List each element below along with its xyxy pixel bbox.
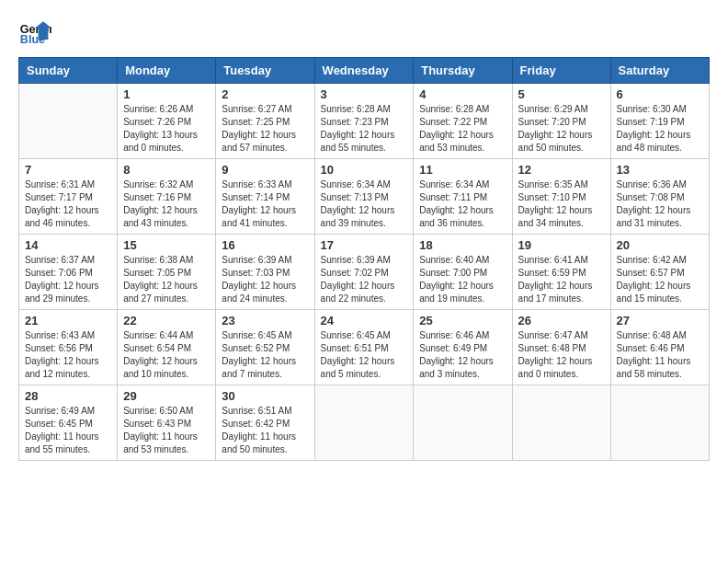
calendar-cell: 17Sunrise: 6:39 AM Sunset: 7:02 PM Dayli… <box>314 235 414 310</box>
day-info: Sunrise: 6:28 AM Sunset: 7:23 PM Dayligh… <box>321 103 408 155</box>
day-info: Sunrise: 6:34 AM Sunset: 7:11 PM Dayligh… <box>419 178 506 230</box>
day-header-sunday: Sunday <box>19 58 118 84</box>
day-number: 22 <box>123 314 210 327</box>
day-header-saturday: Saturday <box>610 58 709 84</box>
day-info: Sunrise: 6:45 AM Sunset: 6:51 PM Dayligh… <box>321 329 408 381</box>
calendar-cell: 18Sunrise: 6:40 AM Sunset: 7:00 PM Dayli… <box>414 235 512 310</box>
calendar-cell: 23Sunrise: 6:45 AM Sunset: 6:52 PM Dayli… <box>216 310 314 385</box>
day-number: 23 <box>222 314 308 327</box>
day-header-tuesday: Tuesday <box>216 58 314 84</box>
calendar-cell: 14Sunrise: 6:37 AM Sunset: 7:06 PM Dayli… <box>19 235 118 310</box>
day-number: 14 <box>25 238 111 252</box>
day-number: 2 <box>222 87 308 101</box>
day-number: 29 <box>123 389 210 403</box>
day-info: Sunrise: 6:32 AM Sunset: 7:16 PM Dayligh… <box>123 178 210 230</box>
calendar-cell: 28Sunrise: 6:49 AM Sunset: 6:45 PM Dayli… <box>19 385 118 461</box>
day-number: 26 <box>518 314 605 327</box>
day-number: 10 <box>321 163 408 177</box>
calendar-cell: 4Sunrise: 6:28 AM Sunset: 7:22 PM Daylig… <box>414 84 512 159</box>
calendar-cell: 2Sunrise: 6:27 AM Sunset: 7:25 PM Daylig… <box>216 84 314 159</box>
day-number: 8 <box>123 163 210 177</box>
page-header: General Blue <box>18 15 710 48</box>
day-number: 21 <box>25 314 111 327</box>
day-info: Sunrise: 6:28 AM Sunset: 7:22 PM Dayligh… <box>419 103 506 155</box>
day-info: Sunrise: 6:34 AM Sunset: 7:13 PM Dayligh… <box>321 178 408 230</box>
day-info: Sunrise: 6:39 AM Sunset: 7:03 PM Dayligh… <box>222 254 308 305</box>
calendar-cell: 20Sunrise: 6:42 AM Sunset: 6:57 PM Dayli… <box>610 235 709 310</box>
day-info: Sunrise: 6:40 AM Sunset: 7:00 PM Dayligh… <box>419 254 506 305</box>
day-number: 27 <box>617 314 703 327</box>
calendar-cell: 26Sunrise: 6:47 AM Sunset: 6:48 PM Dayli… <box>512 310 610 385</box>
day-info: Sunrise: 6:50 AM Sunset: 6:43 PM Dayligh… <box>123 405 210 456</box>
day-number: 20 <box>617 238 703 252</box>
calendar-week-1: 1Sunrise: 6:26 AM Sunset: 7:26 PM Daylig… <box>19 84 710 159</box>
day-info: Sunrise: 6:35 AM Sunset: 7:10 PM Dayligh… <box>518 178 605 230</box>
calendar-cell <box>414 385 512 461</box>
calendar-cell: 24Sunrise: 6:45 AM Sunset: 6:51 PM Dayli… <box>314 310 414 385</box>
day-number: 13 <box>617 163 703 177</box>
day-info: Sunrise: 6:36 AM Sunset: 7:08 PM Dayligh… <box>617 178 703 230</box>
calendar-cell: 15Sunrise: 6:38 AM Sunset: 7:05 PM Dayli… <box>118 235 216 310</box>
day-number: 24 <box>321 314 408 327</box>
calendar-week-2: 7Sunrise: 6:31 AM Sunset: 7:17 PM Daylig… <box>19 159 710 235</box>
day-info: Sunrise: 6:49 AM Sunset: 6:45 PM Dayligh… <box>25 405 111 456</box>
day-number: 17 <box>321 238 408 252</box>
calendar-cell <box>314 385 414 461</box>
day-number: 19 <box>518 238 605 252</box>
day-number: 15 <box>123 238 210 252</box>
day-header-friday: Friday <box>512 58 610 84</box>
calendar-cell: 9Sunrise: 6:33 AM Sunset: 7:14 PM Daylig… <box>216 159 314 235</box>
calendar-cell <box>19 84 118 159</box>
day-info: Sunrise: 6:45 AM Sunset: 6:52 PM Dayligh… <box>222 329 308 381</box>
day-info: Sunrise: 6:48 AM Sunset: 6:46 PM Dayligh… <box>617 329 703 381</box>
day-info: Sunrise: 6:27 AM Sunset: 7:25 PM Dayligh… <box>222 103 308 155</box>
logo-icon: General Blue <box>18 15 51 48</box>
calendar-cell: 8Sunrise: 6:32 AM Sunset: 7:16 PM Daylig… <box>118 159 216 235</box>
day-number: 7 <box>25 163 111 177</box>
calendar-cell: 25Sunrise: 6:46 AM Sunset: 6:49 PM Dayli… <box>414 310 512 385</box>
calendar-cell: 19Sunrise: 6:41 AM Sunset: 6:59 PM Dayli… <box>512 235 610 310</box>
calendar-week-4: 21Sunrise: 6:43 AM Sunset: 6:56 PM Dayli… <box>19 310 710 385</box>
day-info: Sunrise: 6:26 AM Sunset: 7:26 PM Dayligh… <box>123 103 210 155</box>
day-info: Sunrise: 6:41 AM Sunset: 6:59 PM Dayligh… <box>518 254 605 305</box>
day-info: Sunrise: 6:51 AM Sunset: 6:42 PM Dayligh… <box>222 405 308 456</box>
calendar-header-row: SundayMondayTuesdayWednesdayThursdayFrid… <box>19 58 710 84</box>
day-info: Sunrise: 6:31 AM Sunset: 7:17 PM Dayligh… <box>25 178 111 230</box>
day-header-thursday: Thursday <box>414 58 512 84</box>
calendar-cell: 6Sunrise: 6:30 AM Sunset: 7:19 PM Daylig… <box>610 84 709 159</box>
day-info: Sunrise: 6:29 AM Sunset: 7:20 PM Dayligh… <box>518 103 605 155</box>
calendar-cell: 21Sunrise: 6:43 AM Sunset: 6:56 PM Dayli… <box>19 310 118 385</box>
day-info: Sunrise: 6:39 AM Sunset: 7:02 PM Dayligh… <box>321 254 408 305</box>
day-header-wednesday: Wednesday <box>314 58 414 84</box>
calendar-cell: 22Sunrise: 6:44 AM Sunset: 6:54 PM Dayli… <box>118 310 216 385</box>
logo: General Blue <box>18 15 55 48</box>
day-number: 6 <box>617 87 703 101</box>
day-info: Sunrise: 6:46 AM Sunset: 6:49 PM Dayligh… <box>419 329 506 381</box>
day-number: 11 <box>419 163 506 177</box>
day-number: 25 <box>419 314 506 327</box>
day-info: Sunrise: 6:30 AM Sunset: 7:19 PM Dayligh… <box>617 103 703 155</box>
day-number: 3 <box>321 87 408 101</box>
day-number: 1 <box>123 87 210 101</box>
day-info: Sunrise: 6:43 AM Sunset: 6:56 PM Dayligh… <box>25 329 111 381</box>
calendar-cell: 11Sunrise: 6:34 AM Sunset: 7:11 PM Dayli… <box>414 159 512 235</box>
day-number: 5 <box>518 87 605 101</box>
calendar-week-5: 28Sunrise: 6:49 AM Sunset: 6:45 PM Dayli… <box>19 385 710 461</box>
calendar-cell: 1Sunrise: 6:26 AM Sunset: 7:26 PM Daylig… <box>118 84 216 159</box>
day-info: Sunrise: 6:38 AM Sunset: 7:05 PM Dayligh… <box>123 254 210 305</box>
day-number: 9 <box>222 163 308 177</box>
day-info: Sunrise: 6:33 AM Sunset: 7:14 PM Dayligh… <box>222 178 308 230</box>
calendar-cell <box>610 385 709 461</box>
calendar-cell: 3Sunrise: 6:28 AM Sunset: 7:23 PM Daylig… <box>314 84 414 159</box>
day-info: Sunrise: 6:37 AM Sunset: 7:06 PM Dayligh… <box>25 254 111 305</box>
day-info: Sunrise: 6:47 AM Sunset: 6:48 PM Dayligh… <box>518 329 605 381</box>
calendar-cell: 16Sunrise: 6:39 AM Sunset: 7:03 PM Dayli… <box>216 235 314 310</box>
calendar-cell: 5Sunrise: 6:29 AM Sunset: 7:20 PM Daylig… <box>512 84 610 159</box>
calendar-cell: 7Sunrise: 6:31 AM Sunset: 7:17 PM Daylig… <box>19 159 118 235</box>
calendar-cell: 13Sunrise: 6:36 AM Sunset: 7:08 PM Dayli… <box>610 159 709 235</box>
calendar-table: SundayMondayTuesdayWednesdayThursdayFrid… <box>18 57 710 461</box>
day-number: 28 <box>25 389 111 403</box>
day-header-monday: Monday <box>118 58 216 84</box>
day-number: 18 <box>419 238 506 252</box>
day-number: 30 <box>222 389 308 403</box>
